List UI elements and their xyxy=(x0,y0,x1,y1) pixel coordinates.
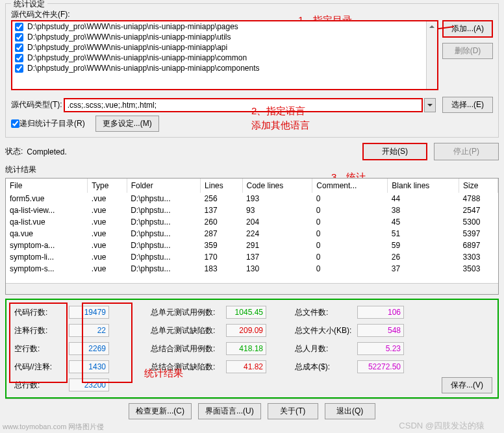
table-header[interactable]: File xyxy=(6,179,88,193)
table-cell: 130 xyxy=(242,263,312,275)
recurse-checkbox-input[interactable] xyxy=(11,119,19,128)
stats-label: 总行数: xyxy=(12,380,69,391)
stats-row: 总结合测试用例数:418.18 xyxy=(148,341,266,356)
table-row[interactable]: qa.vue.vueD:\phpstu...2872240515397 xyxy=(6,228,498,240)
recurse-checkbox[interactable]: 递归统计子目录(R) xyxy=(11,118,85,129)
table-cell: .vue xyxy=(88,204,127,216)
table-cell: symptom-li... xyxy=(6,251,88,263)
start-button[interactable]: 开始(S) xyxy=(362,143,427,160)
scrollbar-vertical[interactable] xyxy=(426,21,437,89)
file-list-item[interactable]: D:\phpstudy_pro\WWW\nis-uniapp\nis-uniap… xyxy=(12,32,437,42)
table-cell: 3303 xyxy=(459,251,498,263)
table-cell: D:\phpstu... xyxy=(127,204,200,216)
stats-value: 2269 xyxy=(69,342,109,355)
stats-label: 代码//注释: xyxy=(12,362,69,373)
table-cell: .vue xyxy=(88,193,127,204)
exit-button[interactable]: 退出(Q) xyxy=(325,403,375,419)
file-list-item[interactable]: D:\phpstudy_pro\WWW\nis-uniapp\nis-uniap… xyxy=(12,63,437,73)
table-row[interactable]: symptom-a....vueD:\phpstu...359291059689… xyxy=(6,240,498,251)
stop-button[interactable]: 停止(P) xyxy=(434,143,499,160)
file-item-path: D:\phpstudy_pro\WWW\nis-uniapp\nis-uniap… xyxy=(27,32,231,42)
table-cell: 0 xyxy=(312,216,388,228)
table-cell: 0 xyxy=(312,240,388,251)
save-button[interactable]: 保存...(V) xyxy=(442,377,492,393)
scrollbar-horizontal[interactable] xyxy=(6,283,498,294)
result-title: 统计结果 xyxy=(5,164,499,175)
stats-label: 总文件大小(KB): xyxy=(292,325,357,336)
select-button[interactable]: 选择...(E) xyxy=(442,97,493,113)
stats-value: 5.23 xyxy=(357,342,404,355)
table-cell: 256 xyxy=(201,193,242,204)
chevron-down-icon xyxy=(427,104,433,109)
table-cell: .vue xyxy=(88,251,127,263)
table-cell: 3503 xyxy=(459,263,498,275)
ui-language-button[interactable]: 界面语言...(U) xyxy=(198,403,261,419)
table-cell: 260 xyxy=(201,216,242,228)
stats-label: 总成本($): xyxy=(292,362,357,373)
stats-label: 代码行数: xyxy=(12,307,69,318)
stats-row: 总单元测试缺陷数:209.09 xyxy=(148,323,266,338)
stats-label: 总结合测试用例数: xyxy=(148,343,226,354)
stats-value: 22 xyxy=(69,324,109,337)
stats-label: 总文件数: xyxy=(292,307,357,318)
table-row[interactable]: qa-list.vue.vueD:\phpstu...2602040455300 xyxy=(6,216,498,228)
source-type-input[interactable] xyxy=(64,98,423,112)
table-cell: 193 xyxy=(242,193,312,204)
file-list-item[interactable]: D:\phpstudy_pro\WWW\nis-uniapp\nis-uniap… xyxy=(12,53,437,63)
stats-value: 23200 xyxy=(69,378,109,391)
file-item-checkbox[interactable] xyxy=(15,43,23,52)
file-item-path: D:\phpstudy_pro\WWW\nis-uniapp\nis-uniap… xyxy=(27,53,247,62)
file-list-item[interactable]: D:\phpstudy_pro\WWW\nis-uniapp\nis-uniap… xyxy=(12,21,437,32)
table-header[interactable]: Size xyxy=(459,179,498,193)
result-table[interactable]: FileTypeFolderLinesCode linesComment...B… xyxy=(5,178,499,295)
table-cell: 0 xyxy=(312,251,388,263)
delete-button[interactable]: 删除(D) xyxy=(442,43,493,59)
file-list-item[interactable]: D:\phpstudy_pro\WWW\nis-uniapp\nis-uniap… xyxy=(12,42,437,53)
table-cell: D:\phpstu... xyxy=(127,216,200,228)
table-cell: 5300 xyxy=(459,216,498,228)
table-cell: 224 xyxy=(242,228,312,240)
table-cell: 204 xyxy=(242,216,312,228)
table-cell: symptom-a... xyxy=(6,240,88,251)
table-header[interactable]: Folder xyxy=(127,179,200,193)
table-cell: 4788 xyxy=(459,193,498,204)
source-type-dropdown[interactable] xyxy=(424,98,436,112)
table-cell: 51 xyxy=(388,228,459,240)
stats-label: 总结合测试缺陷数: xyxy=(148,362,226,373)
table-cell: D:\phpstu... xyxy=(127,263,200,275)
table-header[interactable]: Code lines xyxy=(242,179,312,193)
table-row[interactable]: form5.vue.vueD:\phpstu...2561930444788 xyxy=(6,193,498,204)
check-update-button[interactable]: 检查更新...(C) xyxy=(129,403,192,419)
source-folder-list[interactable]: D:\phpstudy_pro\WWW\nis-uniapp\nis-uniap… xyxy=(11,20,438,90)
table-cell: .vue xyxy=(88,216,127,228)
table-cell: 170 xyxy=(201,251,242,263)
table-cell: D:\phpstu... xyxy=(127,228,200,240)
table-header[interactable]: Blank lines xyxy=(388,179,459,193)
file-item-checkbox[interactable] xyxy=(15,33,23,42)
watermark: www.toymoban.com 网络图片侵 xyxy=(3,422,104,432)
file-item-checkbox[interactable] xyxy=(15,64,23,73)
table-row[interactable]: symptom-s....vueD:\phpstu...183130037350… xyxy=(6,263,498,275)
table-row[interactable]: qa-list-view....vueD:\phpstu...137930382… xyxy=(6,204,498,216)
file-item-path: D:\phpstudy_pro\WWW\nis-uniapp\nis-uniap… xyxy=(27,43,227,52)
file-item-checkbox[interactable] xyxy=(15,54,23,62)
table-header[interactable]: Type xyxy=(88,179,127,193)
about-button[interactable]: 关于(T) xyxy=(268,403,318,419)
stats-label: 空行数: xyxy=(12,343,69,354)
table-cell: 137 xyxy=(201,204,242,216)
table-header[interactable]: Comment... xyxy=(312,179,388,193)
table-row[interactable]: symptom-li....vueD:\phpstu...17013702633… xyxy=(6,251,498,263)
table-cell: 45 xyxy=(388,216,459,228)
table-header[interactable]: Lines xyxy=(201,179,242,193)
table-cell: 359 xyxy=(201,240,242,251)
more-settings-button[interactable]: 更多设定...(M) xyxy=(95,116,159,132)
file-item-checkbox[interactable] xyxy=(15,23,23,31)
stats-value: 19479 xyxy=(69,306,109,319)
table-cell: D:\phpstu... xyxy=(127,193,200,204)
add-button[interactable]: 添加...(A) xyxy=(442,20,493,38)
stats-row: 总成本($):52272.50 xyxy=(292,360,404,374)
table-cell: qa-list-view... xyxy=(6,204,88,216)
stats-label: 注释行数: xyxy=(12,325,69,336)
table-cell: 287 xyxy=(201,228,242,240)
table-cell: 93 xyxy=(242,204,312,216)
